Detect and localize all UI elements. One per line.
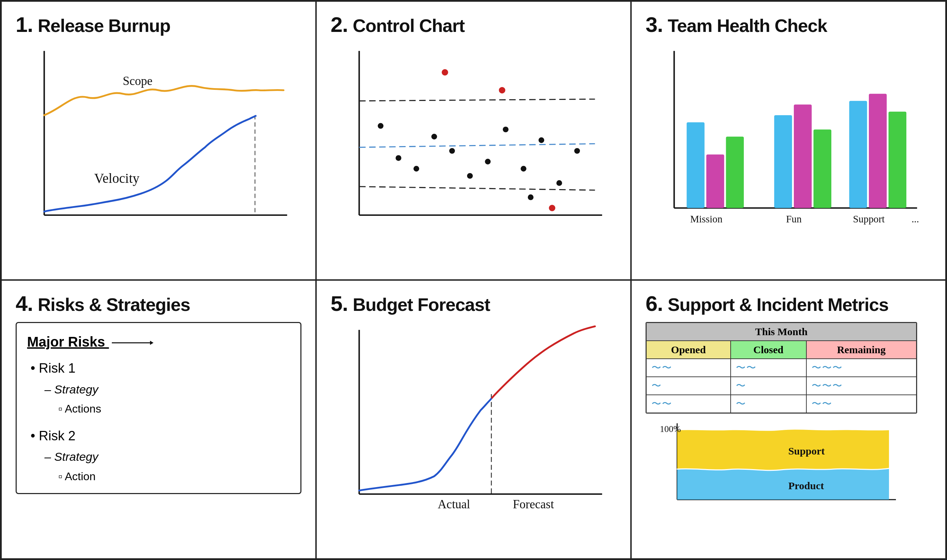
cell3-num: 3. — [646, 12, 663, 37]
td-remaining-3: 〜〜 — [807, 395, 916, 413]
svg-point-15 — [503, 127, 508, 132]
svg-point-18 — [556, 180, 562, 186]
th-closed: Closed — [731, 341, 807, 359]
cell3-title: 3. Team Health Check — [646, 12, 932, 37]
svg-point-10 — [413, 166, 419, 171]
risks-box: Major Risks • Risk 1 – Strategy ▫ Action… — [15, 322, 301, 494]
cell5-title-text: Budget Forecast — [353, 294, 490, 315]
cell-control-chart: 2. Control Chart — [316, 1, 631, 280]
svg-point-13 — [467, 173, 473, 179]
cell1-num: 1. — [15, 12, 33, 37]
cell5-num: 5. — [331, 291, 348, 316]
risks-box-title: Major Risks — [27, 330, 290, 354]
svg-rect-34 — [888, 112, 906, 208]
svg-line-7 — [359, 187, 595, 190]
cell4-num: 4. — [15, 291, 33, 316]
svg-point-8 — [378, 123, 383, 129]
cell-release-burnup: 1. Release Burnup Scope Velocity — [1, 1, 316, 280]
cell1-title-text: Release Burnup — [38, 15, 171, 36]
burnup-svg: Scope Velocity — [15, 43, 301, 237]
risk2: • Risk 2 — [31, 425, 290, 447]
th-remaining: Remaining — [807, 341, 916, 359]
table-row: 〜〜 〜〜 〜〜〜 — [646, 359, 916, 377]
budget-svg: Actual Forecast — [331, 322, 616, 516]
svg-point-21 — [442, 69, 448, 75]
svg-point-19 — [574, 148, 580, 154]
velocity-label: Velocity — [94, 171, 140, 186]
svg-rect-28 — [726, 137, 743, 208]
th-opened: Opened — [646, 341, 731, 359]
risk1: • Risk 1 — [31, 357, 290, 380]
burnup-chart: Scope Velocity — [15, 43, 301, 237]
svg-point-11 — [431, 134, 437, 139]
table-row: 〜 〜 〜〜〜 — [646, 377, 916, 395]
svg-text:Fun: Fun — [786, 213, 802, 225]
cell-team-health: 3. Team Health Check — [631, 1, 946, 280]
cell-risks: 4. Risks & Strategies Major Risks • Risk… — [1, 280, 316, 559]
control-chart — [331, 43, 616, 237]
svg-point-14 — [485, 158, 490, 164]
cell2-title: 2. Control Chart — [331, 12, 616, 37]
td-remaining-1: 〜〜〜 — [807, 359, 916, 377]
health-chart: Mission Fun Support ... — [646, 43, 932, 237]
incident-table: This Month Opened Closed Remaining 〜〜 〜〜… — [646, 322, 917, 414]
cell-budget: 5. Budget Forecast Actual Forecast — [316, 280, 631, 559]
svg-text:Mission: Mission — [690, 213, 722, 225]
cell5-title: 5. Budget Forecast — [331, 291, 616, 316]
td-closed-2: 〜 — [731, 377, 807, 395]
area-chart-svg: 100% Support Product — [646, 420, 917, 510]
svg-text:...: ... — [912, 213, 919, 225]
td-remaining-2: 〜〜〜 — [807, 377, 916, 395]
budget-chart: Actual Forecast — [331, 322, 616, 516]
svg-point-20 — [528, 194, 534, 200]
svg-rect-31 — [814, 129, 831, 208]
td-closed-1: 〜〜 — [731, 359, 807, 377]
table-row: 〜〜 〜 〜〜 — [646, 395, 916, 413]
control-svg — [331, 43, 616, 237]
risk2-action: ▫ Action — [31, 467, 290, 486]
svg-point-23 — [549, 205, 556, 211]
cell2-num: 2. — [331, 12, 348, 37]
svg-point-17 — [538, 137, 544, 143]
svg-rect-30 — [794, 105, 811, 208]
svg-text:100%: 100% — [660, 424, 681, 434]
cell-support: 6. Support & Incident Metrics This Month… — [631, 280, 946, 559]
dashboard-grid: 1. Release Burnup Scope Velocity 2. — [0, 0, 947, 560]
svg-point-12 — [449, 148, 455, 154]
svg-point-22 — [499, 87, 506, 94]
cell1-title: 1. Release Burnup — [15, 12, 301, 37]
svg-rect-26 — [686, 123, 704, 208]
cell2-title-text: Control Chart — [353, 15, 465, 36]
risk1-action: ▫ Actions — [31, 399, 290, 418]
td-opened-1: 〜〜 — [646, 359, 731, 377]
svg-rect-32 — [849, 101, 867, 208]
svg-rect-29 — [774, 115, 792, 208]
svg-point-9 — [396, 155, 401, 161]
cell6-title-text: Support & Incident Metrics — [668, 294, 888, 315]
svg-text:Forecast: Forecast — [513, 497, 554, 511]
scope-label: Scope — [123, 74, 153, 88]
th-month: This Month — [646, 323, 916, 341]
cell6-title: 6. Support & Incident Metrics — [646, 291, 932, 316]
risk1-strategy: – Strategy — [31, 380, 290, 400]
cell6-num: 6. — [646, 291, 663, 316]
svg-text:Product: Product — [788, 480, 824, 491]
svg-line-6 — [359, 144, 595, 147]
svg-text:Actual: Actual — [438, 497, 470, 511]
health-svg: Mission Fun Support ... — [646, 43, 932, 237]
cell4-title-text: Risks & Strategies — [38, 294, 190, 315]
area-chart-container: 100% Support Product — [646, 420, 932, 511]
svg-rect-27 — [706, 154, 724, 208]
svg-marker-40 — [150, 341, 154, 345]
svg-rect-33 — [869, 94, 887, 208]
td-closed-3: 〜 — [731, 395, 807, 413]
cell4-title: 4. Risks & Strategies — [15, 291, 301, 316]
risk2-strategy: – Strategy — [31, 447, 290, 467]
svg-text:Support: Support — [853, 213, 884, 225]
cell3-title-text: Team Health Check — [668, 15, 827, 36]
td-opened-3: 〜〜 — [646, 395, 731, 413]
svg-line-5 — [359, 99, 595, 101]
svg-point-16 — [521, 166, 526, 171]
td-opened-2: 〜 — [646, 377, 731, 395]
svg-text:Support: Support — [788, 445, 825, 457]
